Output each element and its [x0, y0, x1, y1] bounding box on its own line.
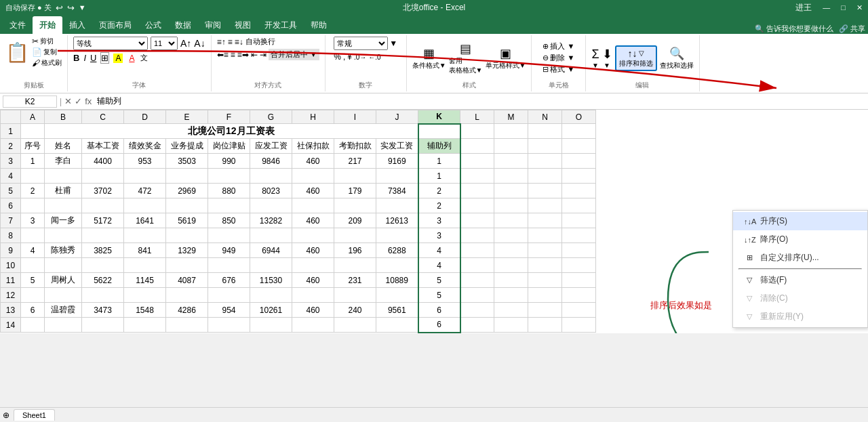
cell-m3[interactable]: [494, 154, 528, 169]
font-family-select[interactable]: 等线: [73, 37, 148, 50]
col-header-a[interactable]: A: [21, 110, 45, 124]
cell-k9[interactable]: 4: [418, 243, 460, 258]
search-box[interactable]: 🔍 告诉我你想要做什么: [755, 24, 833, 34]
cancel-icon[interactable]: ✕: [64, 96, 72, 106]
table-format-button[interactable]: ▤ 套用表格格式▼: [449, 41, 483, 75]
copy-button[interactable]: 📄复制: [32, 47, 62, 57]
tab-file[interactable]: 文件: [3, 16, 33, 34]
cell-k13[interactable]: 6: [418, 303, 460, 318]
undo-icon[interactable]: ↩: [56, 3, 63, 13]
cell-c3[interactable]: 4400: [82, 154, 124, 169]
cell-h2[interactable]: 社保扣款: [292, 139, 334, 154]
cell-e2[interactable]: 业务提成: [166, 139, 208, 154]
cell-e3[interactable]: 3503: [166, 154, 208, 169]
align-top-button[interactable]: ≡↑: [217, 37, 226, 47]
sheet-tab-1[interactable]: Sheet1: [14, 409, 55, 421]
col-header-j[interactable]: J: [376, 110, 418, 124]
col-header-f[interactable]: F: [208, 110, 250, 124]
cell-k14[interactable]: 6: [418, 318, 460, 333]
cell-k12[interactable]: 5: [418, 288, 460, 303]
find-select-button[interactable]: 🔍 查找和选择: [660, 46, 694, 70]
sum-button[interactable]: Σ ▼: [591, 47, 599, 69]
custom-sort-item[interactable]: ⊞ 自定义排序(U)...: [733, 249, 867, 267]
title-cell[interactable]: 北境公司12月工资表: [45, 124, 418, 139]
col-header-g[interactable]: G: [250, 110, 292, 124]
cell-k8[interactable]: 3: [418, 228, 460, 243]
redo-icon[interactable]: ↪: [67, 3, 75, 13]
cell-o1[interactable]: [562, 124, 596, 139]
cell-i3[interactable]: 217: [334, 154, 376, 169]
cell-o2[interactable]: [562, 139, 596, 154]
indent-right-button[interactable]: ⇥: [260, 50, 267, 60]
wrap-text-button[interactable]: 自动换行: [245, 37, 275, 47]
filter-item[interactable]: ▽ 筛选(F): [733, 271, 867, 289]
comma-button[interactable]: ,: [343, 52, 345, 62]
italic-button[interactable]: I: [83, 53, 86, 63]
tab-page-layout[interactable]: 页面布局: [92, 16, 138, 34]
cell-k7[interactable]: 3: [418, 213, 460, 228]
sort-descending-item[interactable]: ↓↑Z 降序(O): [733, 230, 867, 249]
cell-k2-selected[interactable]: 辅助列: [418, 139, 460, 154]
cell-a1[interactable]: [21, 124, 45, 139]
col-header-b[interactable]: B: [45, 110, 82, 124]
cell-j3[interactable]: 9169: [376, 154, 418, 169]
cell-o3[interactable]: [562, 154, 596, 169]
number-format-select[interactable]: 常规: [334, 37, 388, 50]
cell-g3[interactable]: 9846: [250, 154, 292, 169]
quick-access-icon[interactable]: ▼: [79, 3, 86, 12]
col-header-i[interactable]: I: [334, 110, 376, 124]
cell-f2[interactable]: 岗位津贴: [208, 139, 250, 154]
decrease-decimal-button[interactable]: ←.0: [368, 54, 380, 61]
fill-color-button[interactable]: A: [113, 54, 123, 63]
align-middle-button[interactable]: ≡: [228, 37, 233, 47]
col-header-k[interactable]: K: [418, 110, 460, 124]
cell-h3[interactable]: 460: [292, 154, 334, 169]
cell-l1[interactable]: [460, 124, 494, 139]
minimize-icon[interactable]: —: [823, 3, 830, 12]
formula-input[interactable]: [94, 96, 865, 107]
bold-button[interactable]: B: [73, 53, 79, 63]
tab-home[interactable]: 开始: [33, 16, 62, 34]
align-bottom-button[interactable]: ≡↓: [235, 37, 243, 47]
maximize-icon[interactable]: □: [841, 3, 846, 12]
cell-k3[interactable]: 1: [418, 154, 460, 169]
col-header-n[interactable]: N: [528, 110, 562, 124]
cell-g2[interactable]: 应发工资: [250, 139, 292, 154]
font-color-button[interactable]: A: [127, 54, 136, 63]
tab-formula[interactable]: 公式: [138, 16, 168, 34]
col-header-e[interactable]: E: [166, 110, 208, 124]
fill-button[interactable]: ⬇ ▼: [602, 47, 612, 69]
col-header-d[interactable]: D: [124, 110, 166, 124]
sort-filter-button[interactable]: ↑↓ ▽ 排序和筛选: [615, 45, 657, 71]
paste-button[interactable]: 📋: [5, 41, 29, 64]
cell-n2[interactable]: [528, 139, 562, 154]
merge-center-button[interactable]: 合并后居中 ▼: [269, 49, 319, 60]
border-button[interactable]: ⊞: [100, 52, 109, 64]
sort-ascending-item[interactable]: ↑↓A 升序(S): [733, 212, 867, 230]
confirm-icon[interactable]: ✓: [75, 96, 82, 106]
format-painter-button[interactable]: 🖌格式刷: [32, 58, 62, 68]
cell-style-button[interactable]: ▣ 单元格样式▼: [486, 46, 526, 70]
decrease-font-button[interactable]: A↓: [194, 38, 205, 49]
align-right-button[interactable]: ≡➡: [237, 50, 249, 60]
cell-m2[interactable]: [494, 139, 528, 154]
tab-view[interactable]: 视图: [228, 16, 258, 34]
insert-button[interactable]: ⊕插入 ▼: [542, 41, 574, 51]
cell-n1[interactable]: [528, 124, 562, 139]
indent-left-button[interactable]: ⇤: [251, 50, 258, 60]
tab-review[interactable]: 审阅: [198, 16, 228, 34]
cell-d3[interactable]: 953: [124, 154, 166, 169]
format-button[interactable]: ⊟格式 ▼: [542, 64, 574, 75]
align-center-button[interactable]: ≡: [231, 50, 235, 60]
cell-j2[interactable]: 实发工资: [376, 139, 418, 154]
col-header-o[interactable]: O: [562, 110, 596, 124]
cell-l3[interactable]: [460, 154, 494, 169]
percent-button[interactable]: %: [334, 52, 341, 62]
delete-button[interactable]: ⊖删除 ▼: [542, 53, 574, 63]
cell-a3[interactable]: 1: [21, 154, 45, 169]
cell-a2[interactable]: 序号: [21, 139, 45, 154]
function-icon[interactable]: fx: [85, 96, 92, 106]
number-expand-icon[interactable]: ▼: [389, 39, 397, 48]
cell-k6[interactable]: 2: [418, 198, 460, 213]
increase-decimal-button[interactable]: .0→: [354, 54, 366, 61]
